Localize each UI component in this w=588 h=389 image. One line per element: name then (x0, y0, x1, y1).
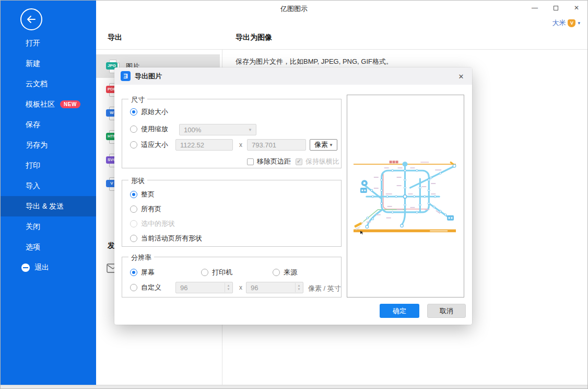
radio-icon (201, 269, 208, 276)
arrow-left-icon (26, 15, 37, 24)
radio-icon (130, 235, 137, 242)
shape-legend: 形状 (128, 176, 147, 186)
radio-icon (130, 191, 137, 198)
fit-height-input: 793.701 (247, 139, 306, 151)
spinner-arrows-icon: ▲▼ (295, 283, 302, 292)
radio-source[interactable]: 来源 (273, 268, 297, 277)
sidebar-item-save[interactable]: 保存 (1, 115, 96, 135)
sidebar-item-new[interactable]: 新建 (1, 53, 96, 74)
app-window: 亿图图示 — ✕ 大米 V ▾ 导出 导出为图像 保存为图片文件，比如BMP, … (0, 0, 588, 389)
chevron-down-icon: ▾ (578, 20, 580, 26)
sidebar: 打开 新建 云文档 模板社区 NEW 保存 另存为 打印 导入 导出 & 发送 … (1, 1, 96, 385)
sidebar-nav: 打开 新建 云文档 模板社区 NEW 保存 另存为 打印 导入 导出 & 发送 … (1, 33, 96, 278)
radio-custom[interactable]: 自定义 (130, 283, 161, 292)
account-menu[interactable]: 大米 V ▾ (552, 18, 580, 28)
bottom-strip (1, 385, 587, 388)
dpi-unit-label: 像素 / 英寸 (308, 284, 341, 293)
close-icon[interactable]: ✕ (570, 3, 583, 13)
radio-printer[interactable]: 打印机 (201, 268, 232, 277)
radio-icon (130, 220, 137, 227)
minus-circle-icon (21, 264, 30, 272)
cancel-button[interactable]: 取消 (427, 304, 466, 318)
dialog-title: 导出图片 (135, 72, 162, 81)
detail-header: 导出为图像 (236, 33, 272, 42)
maximize-glyph (554, 6, 558, 10)
radio-icon (130, 125, 137, 133)
radio-use-scale[interactable]: 使用缩放 (130, 124, 168, 134)
sidebar-item-open[interactable]: 打开 (1, 33, 96, 53)
radio-icon (130, 141, 137, 148)
radio-original-size[interactable]: 原始大小 (130, 107, 168, 117)
resolution-legend: 分辨率 (128, 253, 154, 262)
radio-all-pages[interactable]: 所有页 (130, 204, 161, 214)
dialog-close-icon[interactable]: ✕ (456, 72, 466, 81)
back-button[interactable] (20, 8, 42, 30)
account-name: 大米 (552, 18, 566, 28)
scale-select: 100% ▼ (179, 124, 256, 135)
remove-margins-checkbox[interactable]: 移除页边距 (247, 157, 291, 166)
unit-select[interactable]: 像素 ▼ (310, 139, 337, 151)
radio-full-page[interactable]: 整页 (130, 190, 155, 199)
format-description: 保存为图片文件，比如BMP, JPEG, PNG, GIF格式。 (236, 57, 393, 66)
export-header: 导出 (108, 33, 122, 42)
maximize-icon[interactable] (549, 3, 562, 13)
dpi-y-spinner: 96 ▲▼ (246, 282, 303, 293)
header-divider (96, 49, 587, 50)
ok-button[interactable]: 确定 (380, 304, 419, 318)
sidebar-item-close[interactable]: 关闭 (1, 216, 96, 237)
times-separator: x (239, 284, 242, 291)
sidebar-item-import[interactable]: 导入 (1, 176, 96, 196)
radio-active-page-shapes[interactable]: 当前活动页所有形状 (130, 234, 202, 243)
app-logo-icon: Ǝ (121, 71, 131, 81)
spinner-arrows-icon: ▲▼ (225, 283, 232, 292)
radio-icon (130, 284, 137, 291)
sidebar-item-cloud[interactable]: 云文档 (1, 74, 96, 94)
keep-aspect-checkbox: ✓ 保持纵横比 (296, 157, 339, 166)
radio-screen[interactable]: 屏幕 (130, 268, 155, 277)
send-header: 发 (108, 241, 115, 250)
window-controls: — ✕ (528, 3, 583, 13)
radio-selected-shapes: 选中的形状 (130, 219, 175, 228)
fit-width-input: 1122.52 (175, 139, 233, 151)
dpi-x-spinner: 96 ▲▼ (175, 282, 233, 293)
checkbox-icon (247, 158, 254, 165)
new-badge: NEW (60, 100, 80, 108)
vip-badge-icon: V (568, 19, 575, 27)
chevron-down-icon: ▼ (248, 128, 252, 132)
sidebar-item-save-as[interactable]: 另存为 (1, 135, 96, 155)
radio-icon (130, 269, 137, 276)
radio-icon (130, 205, 137, 213)
sidebar-item-options[interactable]: 选项 (1, 237, 96, 257)
minimize-icon[interactable]: — (528, 3, 542, 13)
sidebar-item-exit[interactable]: 退出 (1, 257, 96, 278)
size-legend: 尺寸 (128, 95, 147, 105)
checkbox-checked-icon: ✓ (296, 158, 302, 165)
radio-icon (273, 269, 280, 276)
preview-panel (347, 95, 464, 298)
chevron-down-icon: ▼ (329, 143, 333, 147)
radio-icon (130, 108, 137, 116)
sidebar-item-export-send[interactable]: 导出 & 发送 (1, 196, 96, 216)
times-separator: x (239, 141, 242, 148)
sidebar-item-print[interactable]: 打印 (1, 155, 96, 176)
sidebar-item-templates[interactable]: 模板社区 NEW (1, 94, 96, 115)
export-image-dialog: Ǝ 导出图片 ✕ 尺寸 原始大小 使用缩放 100% ▼ 适应大小 1122.5… (114, 67, 472, 325)
dialog-header: Ǝ 导出图片 ✕ (114, 67, 472, 85)
preview-map (352, 159, 460, 235)
radio-fit-size[interactable]: 适应大小 (130, 140, 168, 150)
